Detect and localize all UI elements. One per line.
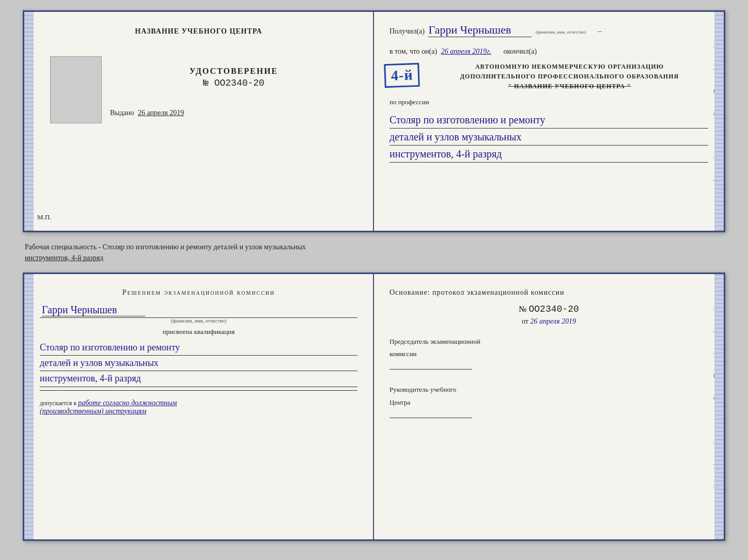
stamp-org-line3: " НАЗВАНИЕ УЧЕБНОГО ЦЕНТРА "	[431, 82, 708, 91]
director-title-line1: Руководитель учебного	[389, 385, 708, 394]
top-right-page: Получил(а) Гарри Чернышев (фамилия, имя,…	[374, 12, 724, 231]
stamp-org-line2: ДОПОЛНИТЕЛЬНОГО ПРОФЕССИОНАЛЬНОГО ОБРАЗО…	[431, 72, 708, 82]
texture-left-lower	[24, 274, 34, 539]
qual-line2: деталей и узлов музыкальных	[40, 357, 357, 371]
director-title-line2: Центра	[389, 398, 708, 407]
director-block: Руководитель учебного Центра	[389, 385, 708, 418]
number-label: №	[519, 305, 526, 313]
allowed-block: допускается к работе согласно должностны…	[40, 399, 357, 415]
finished-label: окончил(а)	[503, 47, 537, 55]
profession-label: по профессии	[389, 98, 708, 106]
top-left-page: НАЗВАНИЕ УЧЕБНОГО ЦЕНТРА УДОСТОВЕРЕНИЕ №…	[24, 12, 374, 231]
fio-sublabel-top: (фамилия, имя, отчество)	[536, 29, 586, 35]
photo-placeholder	[50, 56, 102, 123]
profession-block: Столяр по изготовлению и ремонту деталей…	[389, 111, 708, 163]
date-value-top: 26 апреля 2019г.	[441, 47, 491, 55]
caption-line2: инструментов, 4-й разряд	[25, 254, 103, 262]
lower-name: Гарри Чернышев	[42, 304, 145, 316]
received-label: Получил(а)	[389, 27, 425, 35]
dash-sep: –	[598, 27, 602, 35]
stamp-org-line1: АВТОНОМНУЮ НЕКОММЕРЧЕСКУЮ ОРГАНИЗАЦИЮ	[431, 62, 708, 72]
lower-right-page: Основание: протокол экзаменационной коми…	[374, 274, 724, 539]
profession-line2: деталей и узлов музыкальных	[389, 130, 708, 146]
issued-date: 26 апреля 2019	[138, 109, 184, 117]
allowed-text2: (производственным) инструкциям	[40, 407, 146, 415]
lower-fio-sub: (фамилия, имя, отчество)	[40, 317, 357, 324]
lower-name-block: Гарри Чернышев (фамилия, имя, отчество)	[40, 304, 357, 324]
profession-line3: инструментов, 4-й разряд	[389, 147, 708, 163]
qual-line3: инструментов, 4-й разряд	[40, 372, 357, 387]
basis-label: Основание: протокол экзаменационной коми…	[389, 289, 708, 297]
assigned-label: присвоена квалификация	[40, 328, 357, 336]
allowed-text: работе согласно должностным	[78, 399, 177, 407]
caption-block: Рабочая специальность - Столяр по изгото…	[23, 242, 725, 263]
texture-right-lower	[714, 274, 724, 539]
received-name: Гарри Чернышев	[428, 23, 532, 37]
stamp-large-text: 4-й	[391, 68, 413, 83]
texture-right-top	[714, 12, 724, 231]
chairman-signature-line	[389, 369, 472, 370]
cert-number: № OO2340-20	[203, 78, 264, 88]
qualification-block: Столяр по изготовлению и ремонту деталей…	[40, 340, 357, 387]
date-block: от 26 апреля 2019	[389, 317, 708, 326]
number-value: OO2340-20	[529, 304, 579, 314]
issued-label: Выдано	[110, 109, 134, 117]
chairman-block: Председатель экзаменационной комиссии	[389, 337, 708, 370]
mp-label: М.П.	[37, 213, 51, 221]
number-block: № OO2340-20	[389, 304, 708, 314]
decision-title: Решением экзаменационной комиссии	[40, 289, 357, 297]
stamp-box: 4-й	[384, 63, 420, 88]
allowed-prefix: допускается к	[40, 399, 76, 407]
qual-line1: Столяр по изготовлению и ремонту	[40, 341, 357, 356]
date-value-lower: 26 апреля 2019	[530, 317, 575, 325]
director-signature-line	[389, 418, 472, 418]
lower-left-page: Решением экзаменационной комиссии Гарри …	[24, 274, 374, 539]
in-that-label: в том, что он(а)	[389, 47, 437, 55]
profession-line1: Столяр по изготовлению и ремонту	[389, 113, 708, 129]
date-prefix: от	[522, 317, 528, 325]
chairman-title-line2: комиссии	[389, 349, 708, 359]
cert-label: УДОСТОВЕРЕНИЕ	[190, 67, 278, 76]
caption-line1: Рабочая специальность - Столяр по изгото…	[25, 243, 306, 251]
top-document-spread: НАЗВАНИЕ УЧЕБНОГО ЦЕНТРА УДОСТОВЕРЕНИЕ №…	[23, 10, 725, 232]
lower-document-spread: Решением экзаменационной комиссии Гарри …	[23, 273, 725, 541]
chairman-title-line1: Председатель экзаменационной	[389, 337, 708, 346]
school-name-title: НАЗВАНИЕ УЧЕБНОГО ЦЕНТРА	[135, 27, 262, 36]
